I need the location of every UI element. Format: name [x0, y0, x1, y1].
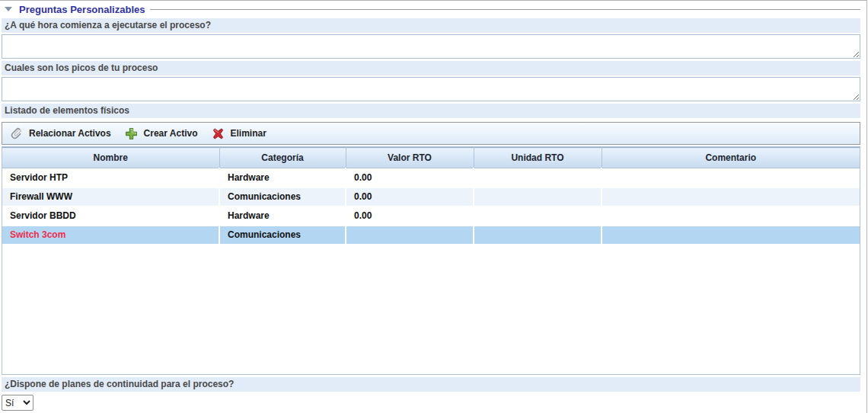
cell-valor-rto: [346, 226, 474, 245]
create-asset-label: Crear Activo: [144, 128, 198, 139]
collapse-arrow-icon[interactable]: [5, 7, 12, 11]
cell-valor-rto: 0.00: [346, 206, 474, 226]
cell-categoria: Comunicaciones: [219, 226, 346, 245]
question-label-hora: ¿A qué hora comienza a ejecutarse el pro…: [2, 18, 860, 33]
delete-asset-label: Eliminar: [231, 128, 266, 139]
preguntas-personalizables-panel: Preguntas Personalizables ¿A qué hora co…: [0, 0, 867, 413]
continuity-question-label: ¿Dispone de planes de continuidad para e…: [2, 377, 860, 392]
table-row-servidor-htp[interactable]: Servidor HTP Hardware 0.00: [2, 168, 860, 187]
cell-comentario: [602, 206, 860, 226]
cell-valor-rto: 0.00: [346, 168, 474, 187]
relate-assets-button[interactable]: Relacionar Activos: [10, 127, 111, 140]
cell-categoria: Hardware: [219, 168, 346, 187]
cell-unidad-rto: [474, 168, 602, 187]
column-header-nombre: Nombre: [2, 148, 219, 168]
cell-nombre: Servidor BBDD: [2, 206, 219, 226]
column-header-valor-rto: Valor RTO: [346, 148, 474, 168]
create-asset-button[interactable]: Crear Activo: [125, 127, 198, 140]
paperclip-icon: [10, 127, 23, 140]
add-plus-icon: [125, 127, 138, 140]
cell-nombre: Firewall WWW: [2, 187, 219, 206]
cell-unidad-rto: [474, 206, 602, 226]
column-header-categoria: Categoría: [219, 148, 346, 168]
table-header-row: Nombre Categoría Valor RTO Unidad RTO Co…: [2, 148, 860, 168]
cell-valor-rto: 0.00: [346, 187, 474, 206]
answer-input-picos[interactable]: [2, 77, 860, 101]
cell-nombre: Servidor HTP: [2, 168, 219, 187]
delete-x-icon: [212, 127, 225, 140]
legend-divider: [150, 9, 860, 10]
list-section-label: Listado de elementos físicos: [2, 104, 860, 118]
question-label-picos: Cuales son los picos de tu proceso: [2, 61, 860, 75]
table-row-firewall-www[interactable]: Firewall WWW Comunicaciones 0.00: [2, 187, 860, 206]
delete-asset-button[interactable]: Eliminar: [212, 127, 266, 140]
section-title: Preguntas Personalizables: [19, 4, 145, 15]
cell-comentario: [602, 226, 860, 245]
table-row-switch-3com-selected[interactable]: Switch 3com Comunicaciones: [2, 226, 860, 245]
answer-input-hora[interactable]: [2, 34, 860, 59]
column-header-comentario: Comentario: [602, 148, 860, 168]
assets-table: Nombre Categoría Valor RTO Unidad RTO Co…: [2, 146, 860, 375]
cell-unidad-rto: [474, 187, 602, 206]
column-header-unidad-rto: Unidad RTO: [474, 148, 602, 168]
cell-comentario: [602, 168, 860, 187]
continuity-select[interactable]: Sí: [2, 395, 34, 411]
cell-unidad-rto: [474, 226, 602, 245]
assets-toolbar: Relacionar Activos Crear Activo Eliminar: [2, 122, 860, 145]
cell-nombre: Switch 3com: [2, 226, 219, 245]
relate-assets-label: Relacionar Activos: [29, 128, 111, 139]
section-legend: Preguntas Personalizables: [2, 2, 860, 16]
cell-comentario: [602, 187, 860, 206]
cell-categoria: Comunicaciones: [219, 187, 346, 206]
table-row-servidor-bbdd[interactable]: Servidor BBDD Hardware 0.00: [2, 206, 860, 226]
cell-categoria: Hardware: [219, 206, 346, 226]
